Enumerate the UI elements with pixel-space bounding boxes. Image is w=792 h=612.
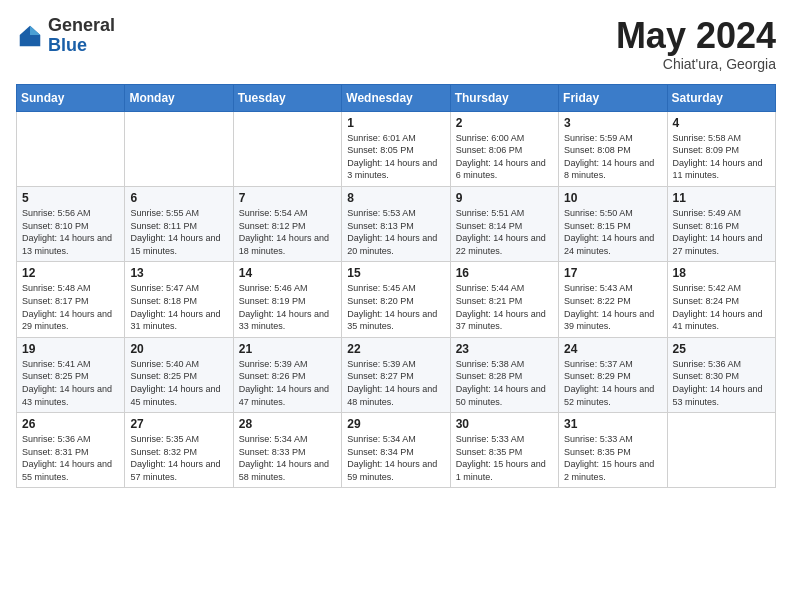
calendar-week-1: 1Sunrise: 6:01 AM Sunset: 8:05 PM Daylig… bbox=[17, 111, 776, 186]
day-number: 17 bbox=[564, 266, 661, 280]
calendar-week-4: 19Sunrise: 5:41 AM Sunset: 8:25 PM Dayli… bbox=[17, 337, 776, 412]
calendar-cell: 28Sunrise: 5:34 AM Sunset: 8:33 PM Dayli… bbox=[233, 413, 341, 488]
calendar-cell: 12Sunrise: 5:48 AM Sunset: 8:17 PM Dayli… bbox=[17, 262, 125, 337]
calendar-cell: 26Sunrise: 5:36 AM Sunset: 8:31 PM Dayli… bbox=[17, 413, 125, 488]
calendar-cell: 15Sunrise: 5:45 AM Sunset: 8:20 PM Dayli… bbox=[342, 262, 450, 337]
day-number: 23 bbox=[456, 342, 553, 356]
day-number: 29 bbox=[347, 417, 444, 431]
calendar-cell: 18Sunrise: 5:42 AM Sunset: 8:24 PM Dayli… bbox=[667, 262, 775, 337]
title-block: May 2024 Chiat'ura, Georgia bbox=[616, 16, 776, 72]
calendar-cell: 8Sunrise: 5:53 AM Sunset: 8:13 PM Daylig… bbox=[342, 186, 450, 261]
calendar-cell: 19Sunrise: 5:41 AM Sunset: 8:25 PM Dayli… bbox=[17, 337, 125, 412]
day-number: 2 bbox=[456, 116, 553, 130]
calendar-cell: 21Sunrise: 5:39 AM Sunset: 8:26 PM Dayli… bbox=[233, 337, 341, 412]
svg-marker-1 bbox=[30, 26, 40, 35]
calendar-cell bbox=[17, 111, 125, 186]
cell-content: Sunrise: 5:43 AM Sunset: 8:22 PM Dayligh… bbox=[564, 282, 661, 332]
calendar-cell: 11Sunrise: 5:49 AM Sunset: 8:16 PM Dayli… bbox=[667, 186, 775, 261]
calendar-cell: 30Sunrise: 5:33 AM Sunset: 8:35 PM Dayli… bbox=[450, 413, 558, 488]
calendar-cell: 17Sunrise: 5:43 AM Sunset: 8:22 PM Dayli… bbox=[559, 262, 667, 337]
day-number: 1 bbox=[347, 116, 444, 130]
day-number: 25 bbox=[673, 342, 770, 356]
cell-content: Sunrise: 5:50 AM Sunset: 8:15 PM Dayligh… bbox=[564, 207, 661, 257]
weekday-header-monday: Monday bbox=[125, 84, 233, 111]
day-number: 19 bbox=[22, 342, 119, 356]
calendar-cell: 1Sunrise: 6:01 AM Sunset: 8:05 PM Daylig… bbox=[342, 111, 450, 186]
cell-content: Sunrise: 6:01 AM Sunset: 8:05 PM Dayligh… bbox=[347, 132, 444, 182]
calendar-cell: 25Sunrise: 5:36 AM Sunset: 8:30 PM Dayli… bbox=[667, 337, 775, 412]
calendar-cell: 31Sunrise: 5:33 AM Sunset: 8:35 PM Dayli… bbox=[559, 413, 667, 488]
calendar-cell: 24Sunrise: 5:37 AM Sunset: 8:29 PM Dayli… bbox=[559, 337, 667, 412]
calendar-week-2: 5Sunrise: 5:56 AM Sunset: 8:10 PM Daylig… bbox=[17, 186, 776, 261]
day-number: 6 bbox=[130, 191, 227, 205]
day-number: 22 bbox=[347, 342, 444, 356]
weekday-header-row: SundayMondayTuesdayWednesdayThursdayFrid… bbox=[17, 84, 776, 111]
day-number: 27 bbox=[130, 417, 227, 431]
cell-content: Sunrise: 5:51 AM Sunset: 8:14 PM Dayligh… bbox=[456, 207, 553, 257]
cell-content: Sunrise: 5:38 AM Sunset: 8:28 PM Dayligh… bbox=[456, 358, 553, 408]
logo-general-text: General bbox=[48, 15, 115, 35]
cell-content: Sunrise: 5:49 AM Sunset: 8:16 PM Dayligh… bbox=[673, 207, 770, 257]
cell-content: Sunrise: 5:53 AM Sunset: 8:13 PM Dayligh… bbox=[347, 207, 444, 257]
day-number: 21 bbox=[239, 342, 336, 356]
cell-content: Sunrise: 5:48 AM Sunset: 8:17 PM Dayligh… bbox=[22, 282, 119, 332]
cell-content: Sunrise: 5:39 AM Sunset: 8:26 PM Dayligh… bbox=[239, 358, 336, 408]
day-number: 16 bbox=[456, 266, 553, 280]
day-number: 9 bbox=[456, 191, 553, 205]
calendar-cell: 27Sunrise: 5:35 AM Sunset: 8:32 PM Dayli… bbox=[125, 413, 233, 488]
cell-content: Sunrise: 5:41 AM Sunset: 8:25 PM Dayligh… bbox=[22, 358, 119, 408]
calendar-cell bbox=[667, 413, 775, 488]
day-number: 4 bbox=[673, 116, 770, 130]
weekday-header-tuesday: Tuesday bbox=[233, 84, 341, 111]
cell-content: Sunrise: 5:33 AM Sunset: 8:35 PM Dayligh… bbox=[564, 433, 661, 483]
calendar-cell: 6Sunrise: 5:55 AM Sunset: 8:11 PM Daylig… bbox=[125, 186, 233, 261]
cell-content: Sunrise: 5:36 AM Sunset: 8:30 PM Dayligh… bbox=[673, 358, 770, 408]
calendar-week-5: 26Sunrise: 5:36 AM Sunset: 8:31 PM Dayli… bbox=[17, 413, 776, 488]
location: Chiat'ura, Georgia bbox=[616, 56, 776, 72]
calendar-cell: 9Sunrise: 5:51 AM Sunset: 8:14 PM Daylig… bbox=[450, 186, 558, 261]
logo-icon bbox=[16, 22, 44, 50]
cell-content: Sunrise: 5:34 AM Sunset: 8:33 PM Dayligh… bbox=[239, 433, 336, 483]
page-header: General Blue May 2024 Chiat'ura, Georgia bbox=[16, 16, 776, 72]
calendar-cell: 13Sunrise: 5:47 AM Sunset: 8:18 PM Dayli… bbox=[125, 262, 233, 337]
calendar-cell: 22Sunrise: 5:39 AM Sunset: 8:27 PM Dayli… bbox=[342, 337, 450, 412]
day-number: 20 bbox=[130, 342, 227, 356]
weekday-header-thursday: Thursday bbox=[450, 84, 558, 111]
cell-content: Sunrise: 5:39 AM Sunset: 8:27 PM Dayligh… bbox=[347, 358, 444, 408]
day-number: 31 bbox=[564, 417, 661, 431]
weekday-header-sunday: Sunday bbox=[17, 84, 125, 111]
day-number: 13 bbox=[130, 266, 227, 280]
cell-content: Sunrise: 5:37 AM Sunset: 8:29 PM Dayligh… bbox=[564, 358, 661, 408]
day-number: 24 bbox=[564, 342, 661, 356]
calendar-table: SundayMondayTuesdayWednesdayThursdayFrid… bbox=[16, 84, 776, 489]
calendar-week-3: 12Sunrise: 5:48 AM Sunset: 8:17 PM Dayli… bbox=[17, 262, 776, 337]
cell-content: Sunrise: 5:55 AM Sunset: 8:11 PM Dayligh… bbox=[130, 207, 227, 257]
day-number: 7 bbox=[239, 191, 336, 205]
cell-content: Sunrise: 6:00 AM Sunset: 8:06 PM Dayligh… bbox=[456, 132, 553, 182]
cell-content: Sunrise: 5:46 AM Sunset: 8:19 PM Dayligh… bbox=[239, 282, 336, 332]
cell-content: Sunrise: 5:56 AM Sunset: 8:10 PM Dayligh… bbox=[22, 207, 119, 257]
day-number: 5 bbox=[22, 191, 119, 205]
day-number: 11 bbox=[673, 191, 770, 205]
calendar-cell bbox=[233, 111, 341, 186]
day-number: 26 bbox=[22, 417, 119, 431]
logo: General Blue bbox=[16, 16, 115, 56]
day-number: 15 bbox=[347, 266, 444, 280]
calendar-cell: 5Sunrise: 5:56 AM Sunset: 8:10 PM Daylig… bbox=[17, 186, 125, 261]
weekday-header-wednesday: Wednesday bbox=[342, 84, 450, 111]
weekday-header-saturday: Saturday bbox=[667, 84, 775, 111]
calendar-cell: 23Sunrise: 5:38 AM Sunset: 8:28 PM Dayli… bbox=[450, 337, 558, 412]
weekday-header-friday: Friday bbox=[559, 84, 667, 111]
cell-content: Sunrise: 5:36 AM Sunset: 8:31 PM Dayligh… bbox=[22, 433, 119, 483]
cell-content: Sunrise: 5:59 AM Sunset: 8:08 PM Dayligh… bbox=[564, 132, 661, 182]
calendar-cell: 20Sunrise: 5:40 AM Sunset: 8:25 PM Dayli… bbox=[125, 337, 233, 412]
calendar-cell: 2Sunrise: 6:00 AM Sunset: 8:06 PM Daylig… bbox=[450, 111, 558, 186]
cell-content: Sunrise: 5:40 AM Sunset: 8:25 PM Dayligh… bbox=[130, 358, 227, 408]
month-title: May 2024 bbox=[616, 16, 776, 56]
cell-content: Sunrise: 5:34 AM Sunset: 8:34 PM Dayligh… bbox=[347, 433, 444, 483]
cell-content: Sunrise: 5:33 AM Sunset: 8:35 PM Dayligh… bbox=[456, 433, 553, 483]
cell-content: Sunrise: 5:42 AM Sunset: 8:24 PM Dayligh… bbox=[673, 282, 770, 332]
day-number: 3 bbox=[564, 116, 661, 130]
calendar-cell: 7Sunrise: 5:54 AM Sunset: 8:12 PM Daylig… bbox=[233, 186, 341, 261]
day-number: 14 bbox=[239, 266, 336, 280]
